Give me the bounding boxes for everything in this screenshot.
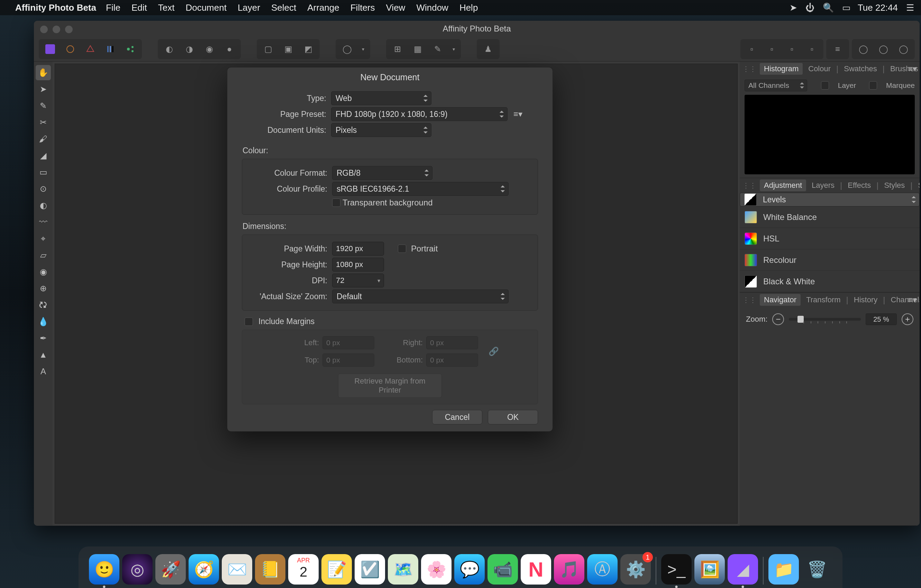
toolbar-clip-dropdown-icon[interactable]: ▾ <box>448 41 459 58</box>
toolbar-force-pixel-icon[interactable]: ▦ <box>408 41 428 58</box>
tab-effects[interactable]: Effects <box>843 180 875 191</box>
persona-liquify-icon[interactable] <box>60 41 80 58</box>
transparent-bg-checkbox[interactable] <box>332 198 340 207</box>
tool-mesh-warp-icon[interactable]: 🗘 <box>36 297 51 313</box>
dock-contacts-icon[interactable]: 📒 <box>255 554 285 585</box>
toolbar-snap-icon[interactable]: ⊞ <box>387 41 408 58</box>
tool-text-icon[interactable]: A <box>36 364 51 379</box>
toolbar-autowhite-icon[interactable]: ● <box>220 41 239 58</box>
tool-flood-fill-icon[interactable]: ◢ <box>36 148 51 163</box>
dock-siri-icon[interactable]: ◎ <box>122 554 153 585</box>
colour-format-select[interactable]: RGB/8 <box>332 166 433 180</box>
page-preset-select[interactable]: FHD 1080p (1920 x 1080, 16:9) <box>331 107 508 121</box>
toolbar-quickmask-dropdown-icon[interactable]: ▾ <box>357 41 369 58</box>
dock-photos-icon[interactable]: 🌸 <box>421 554 451 585</box>
tool-smudge-icon[interactable]: 〰 <box>36 214 51 230</box>
histogram-marquee-checkbox[interactable] <box>869 81 877 89</box>
dock-downloads-icon[interactable]: 📁 <box>768 554 799 585</box>
tool-blur-icon[interactable]: ◉ <box>36 264 51 279</box>
margins-lock-icon[interactable]: 🔗 <box>488 347 499 356</box>
toolbar-selection-add-icon[interactable]: ▣ <box>278 41 298 58</box>
zoom-in-button[interactable]: + <box>901 313 913 325</box>
toolbar-clip-icon[interactable]: ✎ <box>428 41 448 58</box>
persona-export-icon[interactable] <box>120 41 140 58</box>
dock-news-icon[interactable]: N <box>521 554 551 585</box>
toolbar-geometry-add-icon[interactable]: ◯ <box>853 41 873 58</box>
tool-blemish-icon[interactable]: 💧 <box>36 314 51 329</box>
menu-file[interactable]: File <box>106 2 120 13</box>
dock-system-preferences-icon[interactable]: ⚙️1 <box>620 554 651 585</box>
portrait-checkbox[interactable] <box>398 245 406 253</box>
dock-maps-icon[interactable]: 🗺️ <box>388 554 418 585</box>
dock-calendar-icon[interactable]: APR2 <box>288 554 319 585</box>
tool-pen-icon[interactable]: ✒ <box>36 331 51 346</box>
power-status-icon[interactable]: ⏻ <box>805 2 814 13</box>
zoom-slider[interactable] <box>789 318 861 321</box>
dock-preview-icon[interactable]: 🖼️ <box>694 554 725 585</box>
dock-launchpad-icon[interactable]: 🚀 <box>155 554 186 585</box>
dock-affinity-photo-icon[interactable]: ◢ <box>727 554 758 585</box>
tab-history[interactable]: History <box>850 294 882 306</box>
histogram-channels-select[interactable]: All Channels <box>745 80 807 91</box>
colour-profile-select[interactable]: sRGB IEC61966-2.1 <box>332 182 509 196</box>
menu-select[interactable]: Select <box>271 2 296 13</box>
tool-hand-icon[interactable]: ✋ <box>36 65 51 80</box>
toolbar-autocontrast-icon[interactable]: ◑ <box>179 41 199 58</box>
app-name[interactable]: Affinity Photo Beta <box>15 2 96 13</box>
tool-move-icon[interactable]: ➤ <box>36 82 51 97</box>
tool-colour-picker-icon[interactable]: ✎ <box>36 98 51 114</box>
dock-itunes-icon[interactable]: 🎵 <box>554 554 584 585</box>
zoom-out-button[interactable]: − <box>772 313 784 325</box>
dock-reminders-icon[interactable]: ☑️ <box>355 554 385 585</box>
toolbar-geometry-int-icon[interactable]: ◯ <box>893 41 913 58</box>
menu-filters[interactable]: Filters <box>350 2 375 13</box>
tool-shape-icon[interactable]: ▲ <box>36 347 51 362</box>
toolbar-align-icon[interactable]: ≡ <box>828 41 848 58</box>
toolbar-autolevels-icon[interactable]: ◐ <box>159 41 179 58</box>
tool-freehand-selection-icon[interactable]: ⊙ <box>36 181 51 197</box>
tool-inpaint-icon[interactable]: ⊕ <box>36 281 51 296</box>
menu-text[interactable]: Text <box>158 2 175 13</box>
type-select[interactable]: Web <box>331 91 431 105</box>
zoom-value-input[interactable]: 25 % <box>866 313 897 325</box>
dock-facetime-icon[interactable]: 📹 <box>488 554 518 585</box>
tab-colour[interactable]: Colour <box>804 63 835 75</box>
page-width-input[interactable]: 1920 px <box>332 242 384 256</box>
dock-mail-icon[interactable]: ✉️ <box>222 554 252 585</box>
menu-layer[interactable]: Layer <box>238 2 260 13</box>
spotlight-icon[interactable]: 🔍 <box>823 2 834 13</box>
toolbar-geometry-sub-icon[interactable]: ◯ <box>873 41 893 58</box>
tool-paint-brush-icon[interactable]: 🖌 <box>36 132 51 147</box>
toolbar-arrange-back-icon[interactable]: ▫ <box>742 41 762 58</box>
panel-grip-icon[interactable]: ⋮⋮ <box>742 296 756 304</box>
tool-selection-marquee-icon[interactable]: ▭ <box>36 165 51 180</box>
tab-navigator[interactable]: Navigator <box>760 294 801 306</box>
tool-erase-icon[interactable]: ▱ <box>36 248 51 263</box>
page-height-input[interactable]: 1080 px <box>332 258 384 271</box>
tool-dodge-icon[interactable]: ◐ <box>36 198 51 213</box>
panel-menu-icon[interactable]: ≡▾ <box>908 64 917 74</box>
cursor-status-icon[interactable]: ➤ <box>789 2 797 13</box>
tab-adjustment[interactable]: Adjustment <box>760 180 806 191</box>
dock-trash-icon[interactable]: 🗑️ <box>802 554 832 585</box>
toolbar-assistant-icon[interactable]: ♟ <box>478 41 498 58</box>
toolbar-arrange-front-icon[interactable]: ▫ <box>802 41 822 58</box>
dock-notes-icon[interactable]: 📝 <box>321 554 352 585</box>
margin-left-input[interactable]: 0 px <box>322 336 374 349</box>
dock-appstore-icon[interactable]: Ⓐ <box>587 554 618 585</box>
menubar-clock[interactable]: Tue 22:44 <box>858 2 898 13</box>
adjustment-item-hsl[interactable]: HSL <box>740 228 919 249</box>
margin-right-input[interactable]: 0 px <box>426 336 478 349</box>
dock-finder-icon[interactable]: 🙂 <box>89 554 119 585</box>
tab-stock[interactable]: Stock <box>914 180 919 191</box>
menu-help[interactable]: Help <box>459 2 478 13</box>
tab-layers[interactable]: Layers <box>807 180 839 191</box>
panel-menu-icon[interactable]: ≡▾ <box>908 295 917 305</box>
menu-window[interactable]: Window <box>416 2 448 13</box>
menu-edit[interactable]: Edit <box>132 2 147 13</box>
margin-bottom-input[interactable]: 0 px <box>426 354 478 367</box>
toolbar-quickmask-icon[interactable]: ◯ <box>337 41 357 58</box>
panel-grip-icon[interactable]: ⋮⋮ <box>742 181 756 190</box>
adjustment-item-levels[interactable]: Levels <box>740 193 919 206</box>
persona-photo-icon[interactable] <box>40 41 60 58</box>
